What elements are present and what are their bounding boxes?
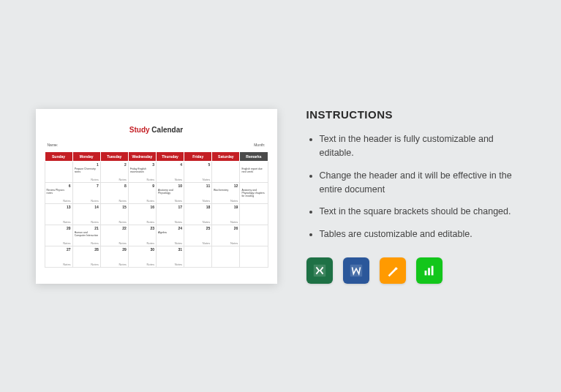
notes-label: Notes — [147, 199, 154, 203]
calendar-cell: 6Review Physics notesNotes — [45, 182, 72, 203]
calendar-cell: 18Notes — [184, 203, 212, 225]
calendar-cell: 16Notes — [128, 203, 156, 225]
calendar-table: SundayMondayTuesdayWednesdayThursdayFrid… — [45, 151, 268, 268]
day-number: 25 — [206, 226, 211, 230]
cell-text: Review Physics notes — [47, 189, 71, 195]
svg-rect-1 — [350, 265, 362, 277]
calendar-cell: 14Notes — [72, 203, 100, 225]
day-number: 29 — [122, 247, 127, 252]
day-number: 30 — [150, 247, 154, 252]
calendar-cell: 13Notes — [45, 203, 72, 225]
notes-label: Notes — [118, 241, 126, 245]
calendar-cell: 28Notes — [72, 246, 100, 267]
day-number: 28 — [94, 247, 99, 252]
day-number: 4 — [180, 162, 182, 167]
notes-label: Notes — [230, 241, 238, 245]
cell-text: Anatomy and Physiology chapters for read… — [241, 189, 266, 198]
svg-rect-5 — [431, 265, 433, 275]
calendar-row: 20Notes21Human and Computer InteractionN… — [45, 225, 268, 246]
remarks-cell — [240, 246, 268, 267]
day-number: 24 — [178, 226, 183, 230]
notes-label: Notes — [203, 199, 210, 203]
calendar-cell: 20Notes — [45, 225, 72, 246]
calendar-cell — [45, 161, 72, 182]
meta-name: Name: — [48, 143, 59, 147]
calendar-row: 6Review Physics notesNotes7Notes8Notes9N… — [45, 182, 268, 203]
instruction-item: Change the header and it will be effecti… — [320, 169, 526, 197]
preview-title: Study Calendar — [45, 122, 268, 135]
calendar-header-row: SundayMondayTuesdayWednesdayThursdayFrid… — [45, 151, 268, 161]
calendar-cell: 26Notes — [212, 225, 240, 246]
calendar-cell: 25Notes — [184, 225, 212, 246]
notes-label: Notes — [147, 263, 154, 266]
notes-label: Notes — [91, 199, 98, 203]
excel-icon — [306, 257, 333, 284]
calendar-cell: 24AlgebraNotes — [157, 225, 184, 246]
day-number: 13 — [67, 205, 71, 209]
notes-label: Notes — [118, 178, 126, 181]
day-number: 15 — [122, 205, 127, 209]
day-number: 8 — [124, 184, 127, 188]
day-number: 27 — [67, 247, 71, 252]
format-icons-row — [306, 257, 526, 284]
day-number: 19 — [234, 205, 238, 209]
calendar-header-cell: Tuesday — [100, 151, 128, 161]
calendar-cell — [212, 246, 240, 267]
remarks-cell — [240, 203, 268, 225]
day-number: 11 — [206, 184, 211, 188]
notes-label: Notes — [175, 199, 182, 203]
calendar-cell: 30Notes — [128, 246, 156, 267]
calendar-cell: 29Notes — [100, 246, 128, 267]
notes-label: Notes — [175, 178, 182, 181]
day-number: 16 — [150, 205, 154, 209]
word-icon — [343, 257, 369, 284]
cell-text: Algebra — [158, 231, 182, 234]
day-number: 18 — [206, 205, 211, 209]
calendar-cell: 27Notes — [45, 246, 72, 267]
notes-label: Notes — [147, 241, 154, 245]
notes-label: Notes — [175, 241, 182, 245]
calendar-header-cell: Saturday — [212, 151, 240, 161]
notes-label: Notes — [175, 263, 182, 266]
instruction-item: Tables are customizable and editable. — [320, 227, 526, 241]
remarks-cell: English report due next week — [240, 161, 268, 182]
remarks-cell: Anatomy and Physiology chapters for read… — [240, 182, 268, 203]
instructions-panel: INSTRUCTIONS Text in the header is fully… — [306, 108, 526, 284]
calendar-header-cell: Remarks — [240, 151, 268, 161]
notes-label: Notes — [91, 263, 98, 266]
notes-label: Notes — [91, 220, 98, 224]
calendar-cell: 11Notes — [184, 182, 212, 203]
day-number: 6 — [69, 184, 71, 188]
calendar-cell: 3Friday English examinationNotes — [128, 161, 156, 182]
calendar-row: 1Prepare Chemistry notesNotes2Notes3Frid… — [45, 161, 268, 182]
day-number: 2 — [124, 162, 127, 167]
notes-label: Notes — [118, 263, 126, 266]
notes-label: Notes — [147, 178, 154, 181]
calendar-cell — [184, 246, 212, 267]
calendar-cell: 15Notes — [100, 203, 128, 225]
svg-rect-4 — [428, 268, 430, 275]
calendar-cell: 23Notes — [128, 225, 156, 246]
calendar-cell: 22Notes — [100, 225, 128, 246]
day-number: 26 — [234, 226, 238, 230]
notes-label: Notes — [175, 220, 182, 224]
calendar-header-cell: Friday — [184, 151, 212, 161]
notes-label: Notes — [63, 220, 70, 224]
notes-label: Notes — [203, 220, 210, 224]
calendar-cell: 19Notes — [212, 203, 240, 225]
calendar-cell: 12BiochemistryNotes — [212, 182, 240, 203]
cell-text: Friday English examination — [130, 167, 154, 173]
svg-point-2 — [394, 267, 397, 270]
calendar-cell: 5Notes — [184, 161, 212, 182]
calendar-cell: 21Human and Computer InteractionNotes — [72, 225, 100, 246]
notes-label: Notes — [118, 199, 126, 203]
calendar-row: 27Notes28Notes29Notes30Notes31Notes — [45, 246, 268, 267]
day-number: 10 — [178, 184, 183, 188]
day-number: 3 — [152, 162, 154, 167]
day-number: 21 — [94, 226, 99, 230]
instruction-item: Text in the square brackets should be ch… — [320, 205, 526, 219]
remarks-cell — [240, 225, 268, 246]
preview-meta: Name: Month: — [45, 141, 268, 151]
notes-label: Notes — [63, 263, 70, 266]
calendar-cell: 8Notes — [100, 182, 128, 203]
